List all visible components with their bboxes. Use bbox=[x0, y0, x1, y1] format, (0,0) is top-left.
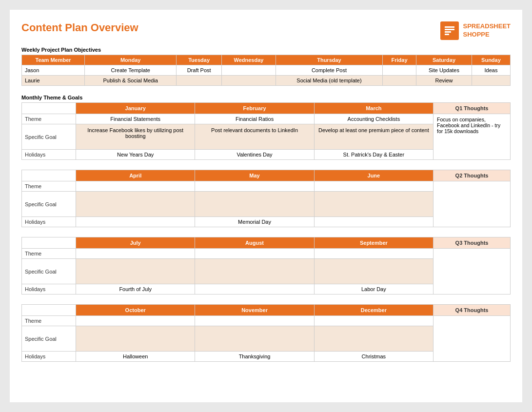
q4-holidays-0: Halloween bbox=[76, 352, 195, 362]
q2-month-2: June bbox=[314, 170, 433, 181]
col-header-monday: Monday bbox=[85, 55, 177, 65]
weekly-table: Team Member Monday Tuesday Wednesday Thu… bbox=[21, 55, 511, 86]
quarter-table-0: JanuaryFebruaryMarchQ1 ThoughtsThemeFina… bbox=[21, 102, 511, 160]
q3-theme-label: Theme bbox=[22, 249, 76, 259]
q2-goal-1 bbox=[195, 192, 314, 217]
q4-month-0: October bbox=[76, 305, 195, 316]
q1-month-1: February bbox=[195, 103, 314, 114]
q1-theme-1: Financial Ratios bbox=[195, 114, 314, 124]
weekly-row-1-col-4: Social Media (old template) bbox=[276, 76, 382, 86]
logo-text: SPREADSHEET SHOPPE bbox=[463, 22, 511, 39]
q1-theme-0: Financial Statements bbox=[76, 114, 195, 124]
q1-month-2: March bbox=[314, 103, 433, 114]
q2-thoughts-header: Q2 Thoughts bbox=[433, 170, 511, 181]
weekly-row-1-col-6: Review bbox=[416, 76, 472, 86]
weekly-row-0-col-2: Draft Post bbox=[177, 65, 222, 76]
q3-goal-2 bbox=[314, 259, 433, 284]
quarter-table-3: OctoberNovemberDecemberQ4 ThoughtsThemeS… bbox=[21, 304, 511, 362]
col-header-wednesday: Wednesday bbox=[222, 55, 276, 65]
q4-thoughts-header: Q4 Thoughts bbox=[433, 305, 511, 316]
q1-goal-2: Develop at least one premium piece of co… bbox=[314, 124, 433, 150]
weekly-row-0-col-4: Complete Post bbox=[276, 65, 382, 76]
col-header-tuesday: Tuesday bbox=[177, 55, 222, 65]
col-header-member: Team Member bbox=[22, 55, 85, 65]
page-container: Content Plan Overview SPREADSHEET SHOPPE… bbox=[10, 10, 522, 402]
q2-goal-label: Specific Goal bbox=[22, 192, 76, 217]
col-header-thursday: Thursday bbox=[276, 55, 382, 65]
q3-month-2: September bbox=[314, 237, 433, 249]
q1-month-0: January bbox=[76, 103, 195, 114]
q2-month-1: May bbox=[195, 170, 314, 181]
weekly-row-1-col-2 bbox=[177, 76, 222, 86]
logo-area: SPREADSHEET SHOPPE bbox=[440, 21, 511, 40]
logo-icon bbox=[440, 21, 459, 40]
q4-goal-2 bbox=[314, 326, 433, 352]
q4-holidays-1: Thanksgiving bbox=[195, 352, 314, 362]
q4-goal-label: Specific Goal bbox=[22, 326, 76, 352]
q4-theme-0 bbox=[76, 316, 195, 326]
quarter-table-2: JulyAugustSeptemberQ3 ThoughtsThemeSpeci… bbox=[21, 237, 511, 294]
q4-holidays-2: Christmas bbox=[314, 352, 433, 362]
q3-thoughts bbox=[433, 249, 511, 294]
q4-theme-2 bbox=[314, 316, 433, 326]
weekly-row-1-col-7 bbox=[472, 76, 510, 86]
q2-goal-2 bbox=[314, 192, 433, 217]
q1-holidays-2: St. Patrick's Day & Easter bbox=[314, 150, 433, 160]
weekly-row-1-col-1: Publish & Social Media bbox=[85, 76, 177, 86]
q2-header-label bbox=[22, 170, 76, 181]
q1-goal-0: Increase Facebook likes by utilizing pos… bbox=[76, 124, 195, 150]
q4-goal-0 bbox=[76, 326, 195, 352]
weekly-row-0-col-3 bbox=[222, 65, 276, 76]
q1-thoughts-header: Q1 Thoughts bbox=[433, 103, 511, 114]
q4-theme-label: Theme bbox=[22, 316, 76, 326]
q3-month-1: August bbox=[195, 237, 314, 249]
weekly-row-1-col-5 bbox=[383, 76, 416, 86]
col-header-friday: Friday bbox=[383, 55, 416, 65]
q1-holidays-1: Valentines Day bbox=[195, 150, 314, 160]
q3-holidays-0: Fourth of July bbox=[76, 284, 195, 294]
q1-theme-2: Accounting Checklists bbox=[314, 114, 433, 124]
q4-goal-1 bbox=[195, 326, 314, 352]
q1-header-label bbox=[22, 103, 76, 114]
q3-theme-2 bbox=[314, 249, 433, 259]
q1-goal-label: Specific Goal bbox=[22, 124, 76, 150]
q1-theme-label: Theme bbox=[22, 114, 76, 124]
q1-holidays-0: New Years Day bbox=[76, 150, 195, 160]
weekly-row-0-col-1: Create Template bbox=[85, 65, 177, 76]
svg-rect-2 bbox=[445, 31, 451, 33]
q1-holidays-label: Holidays bbox=[22, 150, 76, 160]
q2-month-0: April bbox=[76, 170, 195, 181]
q2-goal-0 bbox=[76, 192, 195, 217]
q3-goal-0 bbox=[76, 259, 195, 284]
q3-theme-1 bbox=[195, 249, 314, 259]
q2-holidays-1: Memorial Day bbox=[195, 217, 314, 227]
q3-month-0: July bbox=[76, 237, 195, 249]
weekly-section-title: Weekly Project Plan Objectives bbox=[21, 47, 511, 53]
q2-theme-2 bbox=[314, 181, 433, 192]
q4-holidays-label: Holidays bbox=[22, 352, 76, 362]
q2-theme-0 bbox=[76, 181, 195, 192]
q3-goal-label: Specific Goal bbox=[22, 259, 76, 284]
weekly-row-1-col-0: Laurie bbox=[22, 76, 85, 86]
q2-holidays-0 bbox=[76, 217, 195, 227]
q3-holidays-2: Labor Day bbox=[314, 284, 433, 294]
q3-theme-0 bbox=[76, 249, 195, 259]
weekly-row-0-col-5 bbox=[383, 65, 416, 76]
q3-header-label bbox=[22, 237, 76, 249]
svg-rect-3 bbox=[445, 34, 449, 35]
weekly-row-0-col-6: Site Updates bbox=[416, 65, 472, 76]
q3-holidays-label: Holidays bbox=[22, 284, 76, 294]
svg-rect-0 bbox=[445, 26, 454, 28]
weekly-row-1-col-3 bbox=[222, 76, 276, 86]
weekly-row-0-col-0: Jason bbox=[22, 65, 85, 76]
col-header-saturday: Saturday bbox=[416, 55, 472, 65]
monthly-section: Monthly Theme & Goals JanuaryFebruaryMar… bbox=[21, 95, 511, 362]
q3-holidays-1 bbox=[195, 284, 314, 294]
q4-header-label bbox=[22, 305, 76, 316]
header: Content Plan Overview SPREADSHEET SHOPPE bbox=[21, 21, 511, 40]
q2-theme-label: Theme bbox=[22, 181, 76, 192]
q2-holidays-label: Holidays bbox=[22, 217, 76, 227]
page-title: Content Plan Overview bbox=[21, 21, 138, 34]
q2-thoughts bbox=[433, 181, 511, 227]
q4-month-2: December bbox=[314, 305, 433, 316]
